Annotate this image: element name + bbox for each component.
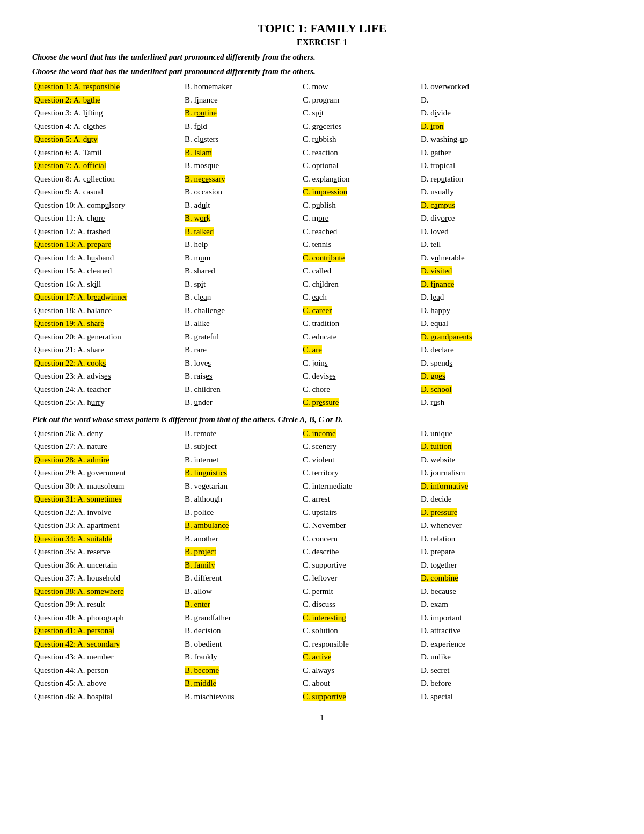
q29-option-b: B. linguistics (182, 467, 301, 479)
question-row: Question 11: A. choreB. workC. moreD. di… (32, 212, 612, 224)
q28-option-b: B. internet (182, 454, 301, 466)
q21-option-b: B. rare (182, 344, 301, 356)
q18-option-c: C. career (301, 304, 419, 317)
q22-option-c: C. joins (301, 357, 419, 369)
question-row: Question 27: A. natureB. subjectC. scene… (32, 440, 612, 453)
q44-option-d: D. secret (419, 664, 526, 677)
q27-option-d: D. tuition (419, 440, 526, 453)
question-row: Question 18: A. balanceB. challengeC. ca… (32, 304, 612, 317)
q32-option-c: C. upstairs (301, 506, 419, 519)
q1-option-b: B. homemaker (182, 81, 301, 93)
q7-option-b: B. mosque (182, 159, 301, 172)
question-row: Question 30: A. mausoleumB. vegetarianC.… (32, 480, 612, 492)
question-row: Question 37: A. householdB. differentC. … (32, 572, 612, 584)
question-row: Question 4: A. clothesB. foldC. grocerie… (32, 120, 612, 133)
q19-option-d: D. equal (419, 317, 526, 330)
question-row: Question 35: A. reserveB. projectC. desc… (32, 546, 612, 558)
q40-option-b: B. grandfather (182, 612, 301, 624)
q16-option-b: B. spit (182, 278, 301, 291)
q24-option-d: D. school (419, 383, 526, 396)
q10-option-c: C. publish (301, 199, 419, 212)
q18-option-d: D. happy (419, 304, 526, 317)
q10-option-a: Question 10: A. compulsory (32, 199, 182, 212)
q46-option-b: B. mischievous (182, 691, 301, 703)
q45-option-c: C. about (301, 677, 419, 690)
questions-section-1: Question 1: A. responsibleB. homemakerC.… (32, 81, 612, 409)
q35-option-c: C. describe (301, 546, 419, 558)
q8-option-a: Question 8: A. collection (32, 173, 182, 185)
q6-option-b: B. Islam (182, 147, 301, 159)
q13-option-c: C. tennis (301, 238, 419, 251)
q17-option-b: B. clean (182, 291, 301, 303)
q9-option-a: Question 9: A. casual (32, 186, 182, 198)
q29-option-a: Question 29: A. government (32, 467, 182, 479)
q12-option-d: D. loved (419, 226, 526, 238)
q2-option-c: C. program (301, 94, 419, 106)
q25-option-a: Question 25: A. hurry (32, 396, 182, 409)
q20-option-c: C. educate (301, 331, 419, 343)
q25-option-d: D. rush (419, 396, 526, 409)
q7-option-a: Question 7: A. official (32, 159, 182, 172)
q32-option-b: B. police (182, 506, 301, 519)
q5-option-b: B. clusters (182, 133, 301, 146)
q13-option-d: D. tell (419, 238, 526, 251)
q45-option-b: B. middle (182, 677, 301, 690)
q30-option-d: D. informative (419, 480, 526, 492)
q19-option-a: Question 19: A. share (32, 317, 182, 330)
q22-option-d: D. spends (419, 357, 526, 369)
question-row: Question 3: A. liftingB. routineC. spitD… (32, 107, 612, 119)
q30-option-a: Question 30: A. mausoleum (32, 480, 182, 492)
q24-option-a: Question 24: A. teacher (32, 383, 182, 396)
section2-instruction: Pick out the word whose stress pattern i… (32, 414, 612, 425)
q33-option-d: D. whenever (419, 519, 526, 532)
q14-option-b: B. mum (182, 252, 301, 264)
q35-option-b: B. project (182, 546, 301, 558)
q31-option-d: D. decide (419, 493, 526, 505)
q16-option-a: Question 16: A. skill (32, 278, 182, 291)
question-row: Question 38: A. somewhereB. allowC. perm… (32, 585, 612, 598)
q15-option-d: D. visited (419, 265, 526, 277)
q16-option-c: C. children (301, 278, 419, 291)
q15-option-a: Question 15: A. cleaned (32, 265, 182, 277)
q38-option-b: B. allow (182, 585, 301, 598)
page-title: TOPIC 1: FAMILY LIFE (32, 21, 612, 35)
q20-option-b: B. grateful (182, 331, 301, 343)
q33-option-b: B. ambulance (182, 519, 301, 532)
q18-option-a: Question 18: A. balance (32, 304, 182, 317)
q45-option-a: Question 45: A. above (32, 677, 182, 690)
question-row: Question 17: A. breadwinnerB. cleanC. ea… (32, 291, 612, 303)
q42-option-d: D. experience (419, 638, 526, 650)
q30-option-b: B. vegetarian (182, 480, 301, 492)
q9-option-d: D. usually (419, 186, 526, 198)
q9-option-b: B. occasion (182, 186, 301, 198)
q29-option-d: D. journalism (419, 467, 526, 479)
q46-option-d: D. special (419, 691, 526, 703)
q22-option-b: B. loves (182, 357, 301, 369)
instruction-1: Choose the word that has the underlined … (32, 52, 612, 63)
question-row: Question 5: A. dutyB. clustersC. rubbish… (32, 133, 612, 146)
q37-option-b: B. different (182, 572, 301, 584)
question-row: Question 34: A. suitableB. anotherC. con… (32, 533, 612, 545)
question-row: Question 43: A. memberB. franklyC. activ… (32, 651, 612, 663)
q11-option-c: C. more (301, 212, 419, 224)
question-row: Question 45: A. aboveB. middleC. aboutD.… (32, 677, 612, 690)
q39-option-d: D. exam (419, 598, 526, 611)
q14-option-c: C. contribute (301, 252, 419, 264)
q45-option-d: D. before (419, 677, 526, 690)
q3-option-a: Question 3: A. lifting (32, 107, 182, 119)
q36-option-c: C. supportive (301, 559, 419, 571)
q33-option-c: C. November (301, 519, 419, 532)
q12-option-c: C. reached (301, 226, 419, 238)
q23-option-c: C. devises (301, 370, 419, 382)
question-row: Question 12: A. trashedB. talkedC. reach… (32, 226, 612, 238)
q26-option-b: B. remote (182, 427, 301, 440)
q23-option-b: B. raises (182, 370, 301, 382)
q31-option-c: C. arrest (301, 493, 419, 505)
q40-option-a: Question 40: A. photograph (32, 612, 182, 624)
question-row: Question 9: A. casualB. occasionC. impre… (32, 186, 612, 198)
question-row: Question 19: A. shareB. alikeC. traditio… (32, 317, 612, 330)
q39-option-a: Question 39: A. result (32, 598, 182, 611)
question-row: Question 32: A. involveB. policeC. upsta… (32, 506, 612, 519)
q35-option-d: D. prepare (419, 546, 526, 558)
q10-option-d: D. campus (419, 199, 526, 212)
